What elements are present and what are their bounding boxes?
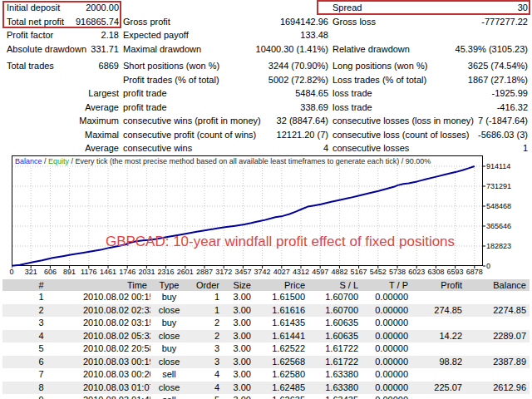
table-cell: 2010.08.03 00:19 — [80, 356, 150, 369]
stats-cell: Profit factor2.18 — [7, 28, 119, 42]
stats-cell: consecutive profit (count of wins)12121.… — [123, 128, 328, 142]
stat-value: Average — [85, 101, 119, 115]
balance-chart: Balance / Equity / Every tick (the most … — [12, 155, 490, 272]
table-cell: 1.61722 — [308, 342, 362, 356]
stat-label: consecutive profit (count of wins) — [123, 128, 256, 142]
legend-separator: / — [69, 157, 76, 165]
table-cell: 0.00000 — [362, 394, 411, 399]
table-cell: close — [150, 382, 188, 395]
table-cell: 0.00000 — [362, 342, 411, 356]
stat-value: 3244 (70.90%) — [268, 59, 328, 73]
table-cell: 3.00 — [223, 356, 254, 369]
table-cell: 1.61722 — [308, 356, 362, 369]
table-cell: 0.00000 — [362, 304, 411, 318]
stat-value: 133.48 — [300, 28, 328, 42]
table-cell: 5 — [2, 342, 80, 356]
stats-cell: Loss trades (% of total)1867 (27.18%) — [332, 73, 528, 87]
stat-label: Gross loss — [332, 15, 376, 29]
stats-cell: Average — [7, 101, 119, 115]
table-cell: buy — [150, 342, 188, 356]
stats-row: Absolute drawdown331.71Maximal drawdown1… — [0, 42, 532, 57]
table-cell — [466, 291, 530, 304]
stat-value: -416.32 — [497, 101, 528, 115]
table-cell: 3.00 — [223, 317, 254, 330]
table-cell: 0.00000 — [362, 317, 411, 330]
column-header: Profit — [411, 279, 466, 291]
table-cell: 2010.08.02 05:32 — [80, 330, 150, 343]
stat-label: Expected payoff — [123, 28, 189, 42]
table-cell: sell — [150, 394, 188, 399]
table-row: 92010.08.03 01:45sell53.001.626351.63435… — [2, 394, 530, 399]
stats-cell: Expected payoff133.48 — [123, 28, 328, 42]
stat-value: 1867 (27.18%) — [468, 73, 528, 87]
stats-cell: Gross loss-777277.22 — [332, 15, 528, 29]
stat-label: Relative drawdown — [332, 42, 410, 57]
stat-label: consecutive wins (profit in money) — [123, 114, 261, 128]
stats-cell: profit trade338.69 — [123, 101, 328, 115]
stats-cell: consecutive loss (count of losses)-5686.… — [332, 128, 528, 142]
table-cell: 3.00 — [223, 382, 254, 395]
table-cell: 1.60700 — [308, 304, 362, 318]
stat-value: 3625 (74.54%) — [468, 59, 528, 73]
table-cell: 3.00 — [223, 368, 254, 382]
stat-label: Short positions (won %) — [123, 59, 219, 73]
table-cell: 225.07 — [411, 382, 466, 395]
stats-cell: consecutive losses (loss in money)7 (-18… — [332, 114, 528, 128]
chart-method-label: Every tick (the most precise method base… — [76, 157, 431, 165]
stat-value: 5484.65 — [295, 86, 328, 101]
y-axis-tick-label: 365646 — [486, 222, 526, 230]
stats-row: Largestprofit trade5484.65loss trade-192… — [0, 86, 532, 101]
stat-value: 45.39% (3105.23) — [456, 42, 528, 57]
column-header: Size — [223, 279, 254, 291]
column-header: S / L — [308, 279, 362, 291]
table-cell: 1.62522 — [254, 342, 308, 356]
table-cell: buy — [150, 317, 188, 330]
table-cell: 0.00000 — [362, 330, 411, 343]
stats-row: Averageconsecutive wins4consecutive loss… — [0, 141, 532, 155]
stat-value: 338.69 — [300, 101, 328, 115]
stats-cell: Largest — [7, 86, 119, 101]
table-cell: 1.62580 — [254, 368, 308, 382]
stat-value: Largest — [88, 86, 119, 101]
stats-cell: Average — [7, 141, 119, 155]
table-cell: 2010.08.02 02:33 — [80, 304, 150, 318]
stats-cell: consecutive losses1 — [332, 141, 528, 155]
stat-label: consecutive losses (loss in money) — [332, 114, 474, 128]
stats-row: Maximalconsecutive profit (count of wins… — [0, 128, 532, 142]
stats-cell: Maximal drawdown10400.30 (1.41%) — [123, 42, 328, 57]
table-cell: 2010.08.03 01:45 — [80, 394, 150, 399]
column-header: Type — [150, 279, 188, 291]
y-axis-tick-label: 731291 — [486, 182, 526, 190]
stat-label: Absolute drawdown — [7, 42, 86, 57]
table-cell: 2 — [188, 330, 223, 343]
stats-row: Profit factor2.18Expected payoff133.48 — [0, 28, 532, 42]
table-cell: 1 — [2, 291, 80, 304]
table-cell: 1.61441 — [254, 330, 308, 343]
stat-label: Profit trades (% of total) — [123, 73, 219, 87]
table-cell: 1.60700 — [308, 291, 362, 304]
stats-cell: consecutive wins (profit in money)32 (88… — [123, 114, 328, 128]
stats-cell: loss trade-1925.99 — [332, 86, 528, 101]
table-cell: 4 — [2, 330, 80, 343]
table-row: 12010.08.02 00:15buy13.001.615001.607000… — [2, 291, 530, 304]
table-cell: close — [150, 356, 188, 369]
table-cell: 2289.07 — [466, 330, 530, 343]
stat-label: Maximal drawdown — [123, 42, 201, 57]
column-header: T / P — [362, 279, 411, 291]
stat-value: 7 (-1847.64) — [478, 114, 528, 128]
table-cell — [466, 368, 530, 382]
stat-value: 32 (8847.64) — [277, 114, 328, 128]
stat-value: 1 — [523, 141, 528, 155]
table-cell: 2387.89 — [466, 356, 530, 369]
table-cell: 2010.08.03 00:20 — [80, 368, 150, 382]
table-cell: 9 — [2, 394, 80, 399]
stat-value: -5686.03 (3) — [478, 128, 528, 142]
column-header: Balance — [466, 279, 530, 291]
table-cell: 0.00000 — [362, 291, 411, 304]
table-cell: 1.62485 — [254, 382, 308, 395]
table-cell — [466, 317, 530, 330]
trades-table: #TimeTypeOrderSizePriceS / LT / PProfitB… — [2, 279, 530, 399]
table-row: 42010.08.02 05:32close23.001.614411.6063… — [2, 330, 530, 343]
table-cell: 0.00000 — [362, 368, 411, 382]
stat-value: Maximal — [85, 128, 119, 142]
